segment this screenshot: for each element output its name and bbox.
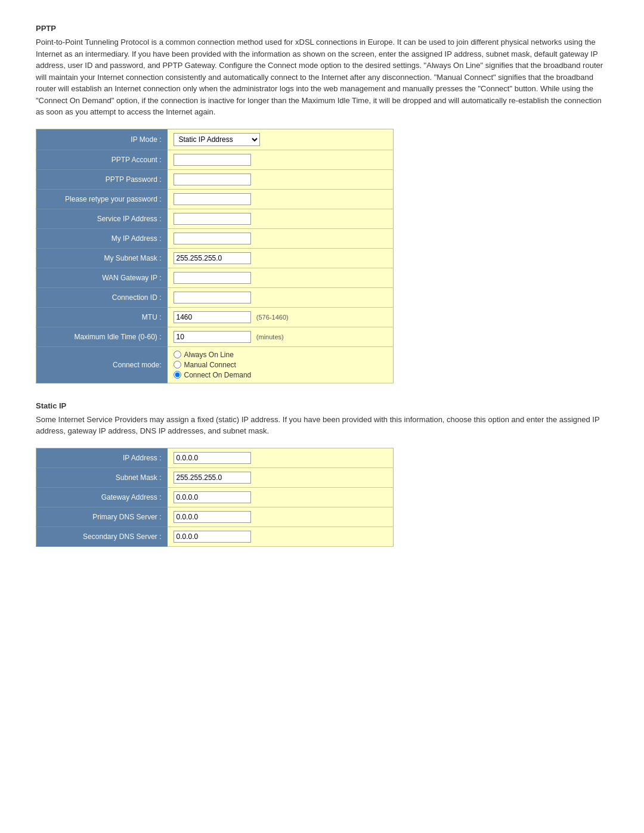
wan-gateway-value	[168, 268, 394, 287]
retype-password-input[interactable]	[174, 193, 251, 205]
mtu-label: MTU :	[36, 307, 168, 327]
mtu-value: (576-1460)	[168, 307, 394, 327]
static-ip-address-value	[168, 448, 394, 467]
primary-dns-value	[168, 507, 394, 527]
connect-mode-label: Connect mode:	[36, 346, 168, 383]
table-row: IP Address :	[36, 448, 394, 467]
table-row: Connect mode: Always On Line Manual Conn…	[36, 346, 394, 383]
gateway-address-input[interactable]	[174, 491, 251, 503]
connect-mode-value: Always On Line Manual Connect Connect On…	[168, 346, 394, 383]
pptp-account-value	[168, 150, 394, 169]
service-ip-value	[168, 209, 394, 228]
table-row: Please retype your password :	[36, 189, 394, 209]
connect-mode-radio-group: Always On Line Manual Connect Connect On…	[174, 351, 388, 379]
my-ip-label: My IP Address :	[36, 228, 168, 248]
static-subnet-mask-value	[168, 467, 394, 487]
table-row: Maximum Idle Time (0-60) : (minutes)	[36, 327, 394, 346]
pptp-account-label: PPTP Account :	[36, 150, 168, 169]
table-row: Secondary DNS Server :	[36, 527, 394, 546]
wan-gateway-label: WAN Gateway IP :	[36, 268, 168, 287]
table-row: WAN Gateway IP :	[36, 268, 394, 287]
connect-on-demand-radio[interactable]	[174, 371, 181, 379]
ip-mode-select[interactable]: Static IP Address	[174, 133, 260, 146]
static-ip-description: Some Internet Service Providers may assi…	[36, 414, 608, 437]
retype-password-label: Please retype your password :	[36, 189, 168, 209]
secondary-dns-input[interactable]	[174, 531, 251, 543]
static-ip-address-label: IP Address :	[36, 448, 168, 467]
idle-time-label: Maximum Idle Time (0-60) :	[36, 327, 168, 346]
manual-connect-label: Manual Connect	[184, 361, 236, 369]
always-on-line-radio[interactable]	[174, 351, 181, 358]
pptp-description: Point-to-Point Tunneling Protocol is a c…	[36, 36, 608, 118]
table-row: Gateway Address :	[36, 487, 394, 507]
ip-mode-value: Static IP Address	[168, 129, 394, 150]
subnet-mask-label: My Subnet Mask :	[36, 248, 168, 268]
secondary-dns-value	[168, 527, 394, 546]
table-row: Primary DNS Server :	[36, 507, 394, 527]
connect-on-demand-option[interactable]: Connect On Demand	[174, 371, 388, 379]
idle-time-value: (minutes)	[168, 327, 394, 346]
gateway-address-label: Gateway Address :	[36, 487, 168, 507]
mtu-input[interactable]	[174, 311, 251, 323]
static-ip-table: IP Address : Subnet Mask : Gateway Addre…	[36, 448, 394, 547]
table-row: PPTP Account :	[36, 150, 394, 169]
pptp-password-value	[168, 169, 394, 189]
service-ip-input[interactable]	[174, 213, 251, 225]
ip-mode-label: IP Mode :	[36, 129, 168, 150]
pptp-password-input[interactable]	[174, 174, 251, 185]
static-ip-address-input[interactable]	[174, 452, 251, 464]
table-row: PPTP Password :	[36, 169, 394, 189]
pptp-table: IP Mode : Static IP Address PPTP Account…	[36, 129, 394, 383]
primary-dns-input[interactable]	[174, 511, 251, 523]
service-ip-label: Service IP Address :	[36, 209, 168, 228]
static-ip-title: Static IP	[36, 401, 608, 410]
table-row: Service IP Address :	[36, 209, 394, 228]
my-ip-input[interactable]	[174, 233, 251, 244]
idle-time-input[interactable]	[174, 331, 251, 343]
table-row: Connection ID :	[36, 287, 394, 307]
table-row: My IP Address :	[36, 228, 394, 248]
mtu-note: (576-1460)	[256, 314, 289, 321]
connection-id-input[interactable]	[174, 292, 251, 304]
pptp-title: PPTP	[36, 24, 608, 33]
always-on-line-option[interactable]: Always On Line	[174, 351, 388, 359]
my-ip-value	[168, 228, 394, 248]
connection-id-value	[168, 287, 394, 307]
subnet-mask-value	[168, 248, 394, 268]
static-subnet-mask-input[interactable]	[174, 472, 251, 484]
connection-id-label: Connection ID :	[36, 287, 168, 307]
connect-on-demand-label: Connect On Demand	[184, 371, 252, 379]
manual-connect-option[interactable]: Manual Connect	[174, 361, 388, 369]
table-row: IP Mode : Static IP Address	[36, 129, 394, 150]
pptp-section: PPTP Point-to-Point Tunneling Protocol i…	[36, 24, 608, 383]
always-on-line-label: Always On Line	[184, 351, 234, 359]
pptp-account-input[interactable]	[174, 154, 251, 166]
table-row: MTU : (576-1460)	[36, 307, 394, 327]
primary-dns-label: Primary DNS Server :	[36, 507, 168, 527]
wan-gateway-input[interactable]	[174, 272, 251, 284]
subnet-mask-input[interactable]	[174, 252, 251, 264]
gateway-address-value	[168, 487, 394, 507]
static-ip-section: Static IP Some Internet Service Provider…	[36, 401, 608, 547]
pptp-password-label: PPTP Password :	[36, 169, 168, 189]
table-row: Subnet Mask :	[36, 467, 394, 487]
idle-time-note: (minutes)	[256, 333, 284, 340]
manual-connect-radio[interactable]	[174, 361, 181, 368]
table-row: My Subnet Mask :	[36, 248, 394, 268]
static-subnet-mask-label: Subnet Mask :	[36, 467, 168, 487]
retype-password-value	[168, 189, 394, 209]
secondary-dns-label: Secondary DNS Server :	[36, 527, 168, 546]
